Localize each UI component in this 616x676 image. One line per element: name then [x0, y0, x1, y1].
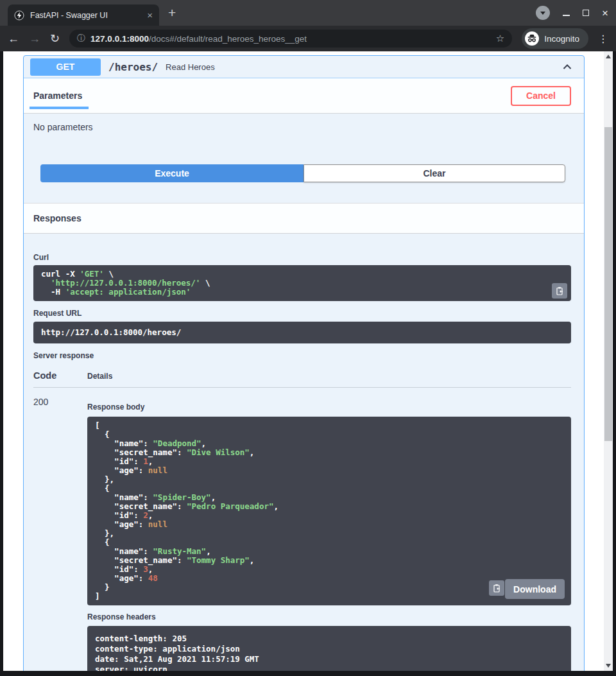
browser-window: FastAPI - Swagger UI × + × ← → ↻ ⓘ 127.0… [0, 0, 616, 676]
http-method-badge: GET [30, 58, 101, 76]
cancel-button[interactable]: Cancel [511, 86, 571, 106]
swagger-content: GET /heroes/ Read Heroes Parameters Canc… [3, 51, 604, 671]
parameters-body: No parameters Execute Clear [24, 114, 584, 203]
tab-strip: FastAPI - Swagger UI × + × [0, 0, 616, 26]
request-url-label: Request URL [33, 301, 571, 318]
no-parameters-text: No parameters [33, 122, 571, 132]
curl-label: Curl [33, 234, 571, 262]
download-button[interactable]: Download [505, 579, 565, 599]
status-code: 200 [33, 397, 87, 671]
request-url-value: http://127.0.0.1:8000/heroes/ [33, 322, 571, 343]
fastapi-favicon-icon [14, 10, 24, 21]
incognito-icon [525, 31, 539, 46]
forward-icon[interactable]: → [29, 33, 40, 44]
opblock-get-heroes: GET /heroes/ Read Heroes Parameters Canc… [23, 55, 585, 671]
close-window-button[interactable]: × [602, 8, 608, 19]
scroll-up-icon[interactable] [606, 55, 611, 58]
clipboard-icon [555, 286, 564, 295]
copy-response-button[interactable] [489, 580, 504, 596]
tab-search-icon[interactable] [536, 6, 550, 20]
response-body-json: [ { "name": "Deadpond", "secret_name": "… [95, 420, 278, 601]
opblock-summary[interactable]: GET /heroes/ Read Heroes [24, 56, 584, 78]
maximize-button[interactable] [583, 10, 589, 16]
response-headers-block: content-length: 205 content-type: applic… [87, 626, 571, 671]
endpoint-summary: Read Heroes [166, 62, 215, 72]
incognito-badge: Incognito [522, 28, 588, 49]
tab-title: FastAPI - Swagger UI [30, 11, 141, 20]
parameters-header: Parameters Cancel [24, 78, 584, 114]
responses-body: Curl curl -X 'GET' \ 'http://127.0.0.1:8… [24, 234, 584, 671]
new-tab-button[interactable]: + [168, 6, 176, 19]
reload-icon[interactable]: ↻ [50, 33, 60, 44]
clipboard-icon [492, 584, 501, 593]
tab-parameters: Parameters [33, 91, 82, 101]
responses-title: Responses [33, 213, 81, 223]
incognito-label: Incognito [544, 34, 579, 44]
scrollbar-thumb[interactable] [604, 127, 612, 441]
scroll-down-icon[interactable] [606, 664, 611, 668]
responses-header: Responses [24, 203, 584, 234]
copy-curl-button[interactable] [552, 283, 567, 299]
response-table-header: Code Details [33, 370, 571, 388]
url-bar[interactable]: ⓘ 127.0.0.1:8000/docs#/default/read_hero… [69, 30, 512, 48]
curl-command-text: curl -X 'GET' \ 'http://127.0.0.1:8000/h… [41, 269, 210, 297]
url-path: /docs#/default/read_heroes_heroes__get [149, 34, 307, 44]
server-response-label: Server response [33, 343, 571, 360]
response-headers-label: Response headers [87, 605, 571, 621]
endpoint-path: /heroes/ [108, 61, 158, 73]
browser-tab[interactable]: FastAPI - Swagger UI × [8, 4, 159, 26]
page-viewport: GET /heroes/ Read Heroes Parameters Canc… [3, 51, 613, 671]
server-response-table: Code Details 200 Response body [ { "name… [33, 370, 571, 671]
code-column-header: Code [33, 370, 87, 381]
response-row-200: 200 Response body [ { "name": "Deadpond"… [33, 397, 571, 671]
execute-button[interactable]: Execute [40, 164, 304, 182]
bookmark-star-icon[interactable]: ☆ [496, 33, 504, 44]
chevron-up-icon[interactable] [561, 60, 574, 73]
execute-row: Execute Clear [40, 164, 565, 182]
back-icon[interactable]: ← [8, 33, 19, 44]
response-body-block: [ { "name": "Deadpond", "secret_name": "… [87, 417, 571, 605]
url-host: 127.0.0.1:8000 [90, 34, 149, 44]
clear-button[interactable]: Clear [304, 164, 565, 182]
page-scrollbar[interactable] [604, 51, 613, 671]
browser-toolbar: ← → ↻ ⓘ 127.0.0.1:8000/docs#/default/rea… [0, 26, 616, 51]
curl-command: curl -X 'GET' \ 'http://127.0.0.1:8000/h… [33, 265, 571, 301]
tab-close-icon[interactable]: × [147, 10, 153, 20]
window-controls: × [536, 0, 608, 26]
url-text: 127.0.0.1:8000/docs#/default/read_heroes… [90, 34, 491, 44]
response-body-label: Response body [87, 397, 571, 412]
active-tab-underline [30, 107, 89, 109]
minimize-button[interactable] [563, 15, 570, 16]
site-info-icon[interactable]: ⓘ [77, 33, 85, 44]
response-details: Response body [ { "name": "Deadpond", "s… [87, 397, 571, 671]
details-column-header: Details [87, 372, 112, 381]
browser-menu-icon[interactable]: ⋮ [598, 33, 608, 45]
